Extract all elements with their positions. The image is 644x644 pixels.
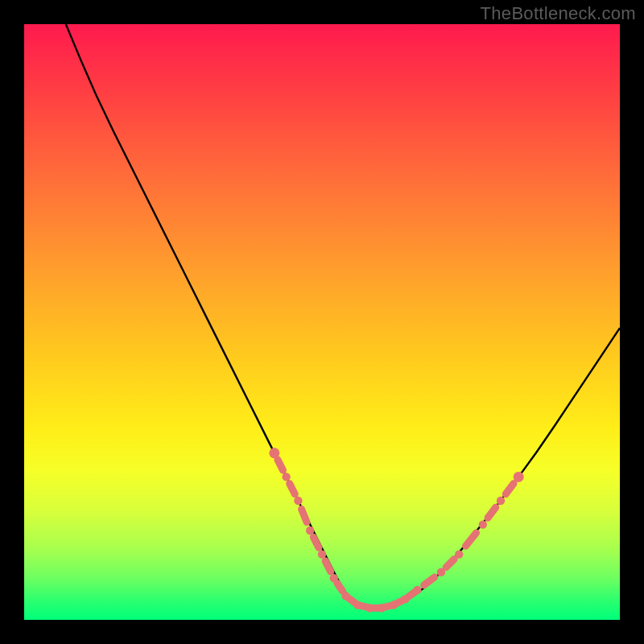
marker-dash [325,561,331,572]
marker-dot [401,595,409,603]
curve-svg [24,24,620,620]
plot-area [24,24,620,620]
marker-dot [437,568,445,576]
marker-dash [349,599,355,603]
watermark-text: TheBottleneck.com [481,3,636,24]
marker-dot [353,601,361,609]
marker-dash [313,537,319,547]
marker-dot [330,574,338,582]
marker-dash [361,606,367,608]
marker-group [269,448,523,612]
marker-dot [497,497,505,505]
marker-dash [397,601,402,603]
marker-dot [318,550,326,558]
marker-dash [506,484,514,494]
marker-dot [479,520,487,528]
marker-dash [466,533,477,546]
marker-dash [409,592,415,597]
chart-container: TheBottleneck.com [0,0,644,644]
marker-dash [424,577,435,585]
marker-dot [294,497,302,505]
bottleneck-curve [66,24,620,608]
marker-dot [413,586,421,594]
marker-dash [446,559,454,568]
marker-dot [306,526,314,535]
marker-dash [278,460,283,470]
marker-dot [282,473,290,481]
marker-dot [341,592,349,600]
marker-dot [514,472,524,482]
marker-dash [302,509,308,522]
marker-dash [337,583,343,591]
marker-dash [385,606,390,608]
marker-dash [488,507,496,518]
marker-dot [269,448,279,458]
marker-dot [455,550,463,558]
marker-dash [290,484,295,494]
marker-dot [365,604,374,612]
marker-dot [390,601,398,609]
marker-dot [378,604,386,612]
